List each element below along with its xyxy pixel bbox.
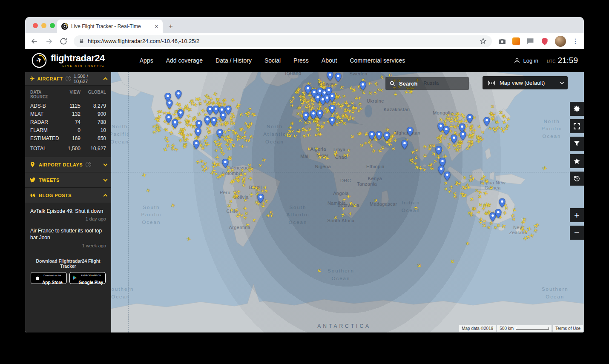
chevron-up-icon[interactable] (103, 77, 108, 81)
badge-line1: Download on the (43, 274, 61, 277)
forward-icon[interactable] (45, 37, 53, 46)
nav-press[interactable]: Press (293, 57, 309, 64)
location-pin[interactable] (407, 127, 413, 136)
location-pin[interactable] (335, 73, 341, 82)
nav-about[interactable]: About (322, 57, 337, 64)
location-pin[interactable] (172, 119, 178, 128)
history-button[interactable] (570, 172, 584, 186)
fullscreen-button[interactable] (570, 119, 584, 133)
filter-button[interactable] (570, 137, 584, 151)
location-pin[interactable] (402, 140, 408, 149)
minimize-window-button[interactable] (41, 23, 46, 28)
blog-post[interactable]: Air France to shutter its roof top bar J… (30, 223, 106, 249)
brand-tagline: LIVE AIR TRAFFIC (51, 64, 105, 68)
login-button[interactable]: Log in (514, 57, 538, 64)
nav-data-history[interactable]: Data / History (215, 57, 252, 64)
camera-extension-icon[interactable] (498, 37, 506, 46)
location-pin[interactable] (310, 110, 317, 119)
chat-extension-icon[interactable] (526, 37, 534, 46)
map-pin-icon (29, 161, 36, 168)
map-view-selector[interactable]: Map view (default) (483, 76, 568, 89)
download-block: Download Flightradar24 Flight Tracker Do… (25, 258, 111, 284)
location-pin[interactable] (484, 117, 490, 126)
terms-of-use-link[interactable]: Terms of Use (553, 325, 583, 332)
tweets-section[interactable]: TWEETS (25, 172, 111, 187)
new-tab-button[interactable]: + (169, 23, 173, 30)
location-pin[interactable] (195, 128, 201, 137)
map-canvas[interactable]: North Pacific OceanNorth Atlantic OceanN… (111, 72, 584, 332)
reload-icon[interactable] (59, 37, 68, 46)
help-icon[interactable]: ? (66, 76, 71, 81)
location-pin[interactable] (329, 105, 336, 114)
location-pin[interactable] (304, 85, 311, 94)
location-pin[interactable] (460, 131, 466, 140)
location-pin[interactable] (438, 166, 444, 175)
location-pin[interactable] (499, 198, 505, 207)
location-pin[interactable] (443, 126, 449, 135)
search-input[interactable]: Search (385, 77, 469, 90)
map-attribution: Map data ©2019 500 km Terms of Use (459, 325, 583, 332)
location-pin[interactable] (257, 194, 264, 203)
browser-menu-icon[interactable]: ⋮ (572, 37, 579, 45)
blog-post[interactable]: AvTalk Episode 49: Shut it down1 day ago (30, 203, 106, 223)
location-pin[interactable] (384, 132, 390, 141)
location-pin[interactable] (436, 146, 442, 155)
nav-apps[interactable]: Apps (140, 57, 153, 64)
bookmark-star-icon[interactable] (480, 37, 487, 45)
close-window-button[interactable] (33, 23, 38, 28)
location-pin[interactable] (327, 72, 333, 80)
location-pin[interactable] (376, 131, 382, 140)
location-pin[interactable] (207, 106, 213, 115)
chevron-down-icon[interactable] (103, 162, 108, 166)
address-bar[interactable]: https://www.flightradar24.com/-10.46,-10… (74, 35, 492, 47)
location-pin[interactable] (359, 81, 366, 90)
zoom-out-button[interactable]: − (570, 226, 584, 240)
location-pin[interactable] (495, 209, 502, 218)
location-pin[interactable] (444, 172, 451, 181)
chevron-down-icon[interactable] (103, 177, 108, 181)
location-pin[interactable] (166, 114, 172, 123)
shield-extension-icon[interactable] (540, 37, 549, 46)
download-text: Download Flightradar24 Flight Tracker (29, 258, 108, 269)
location-pin[interactable] (303, 112, 309, 121)
app-store-badge[interactable]: Download on theApp Store (31, 272, 67, 284)
aircraft-section-header[interactable]: ✈ AIRCRAFT ? 1,500 / 10,627 (25, 72, 111, 86)
settings-button[interactable] (570, 102, 584, 116)
location-pin[interactable] (368, 131, 375, 140)
tab-close-icon[interactable]: ✕ (155, 24, 158, 29)
zoom-in-button[interactable]: + (570, 208, 584, 222)
nav-commercial-services[interactable]: Commercial services (350, 57, 405, 64)
location-pin[interactable] (451, 135, 457, 143)
browser-tab[interactable]: Live Flight Tracker - Real-Time ✕ (57, 20, 163, 33)
location-pin[interactable] (467, 114, 473, 123)
location-pin[interactable] (329, 117, 336, 126)
location-pin[interactable] (175, 90, 181, 99)
location-pin[interactable] (329, 93, 336, 102)
location-pin[interactable] (166, 100, 172, 109)
badge-line1: ANDROID APP ON (81, 274, 101, 277)
nav-add-coverage[interactable]: Add coverage (166, 57, 203, 64)
maximize-window-button[interactable] (50, 23, 55, 28)
location-pin[interactable] (217, 129, 223, 138)
location-pin[interactable] (178, 109, 184, 118)
col-view: VIEW (59, 90, 80, 99)
location-pin[interactable] (204, 116, 211, 125)
favorites-button[interactable] (570, 154, 584, 168)
profile-avatar[interactable] (555, 36, 566, 47)
google-play-badge[interactable]: ANDROID APP ONGoogle Play (69, 272, 106, 284)
orange-extension-icon[interactable] (512, 37, 520, 45)
location-pin[interactable] (220, 112, 227, 121)
location-pin[interactable] (210, 117, 217, 126)
fr24-logo[interactable]: ✈ flightradar24 LIVE AIR TRAFFIC (31, 52, 105, 69)
back-icon[interactable] (30, 37, 39, 46)
nav-social[interactable]: Social (264, 57, 281, 64)
quote-icon (29, 192, 36, 198)
location-pin[interactable] (222, 159, 228, 168)
chevron-up-icon[interactable] (103, 194, 108, 198)
airport-delays-section[interactable]: AIRPORT DELAYS ? (25, 157, 111, 172)
help-icon[interactable]: ? (86, 162, 91, 167)
location-pin[interactable] (193, 140, 199, 149)
location-pin[interactable] (316, 110, 323, 119)
twitter-icon (29, 177, 36, 183)
blog-posts-section[interactable]: BLOG POSTS (25, 187, 111, 203)
